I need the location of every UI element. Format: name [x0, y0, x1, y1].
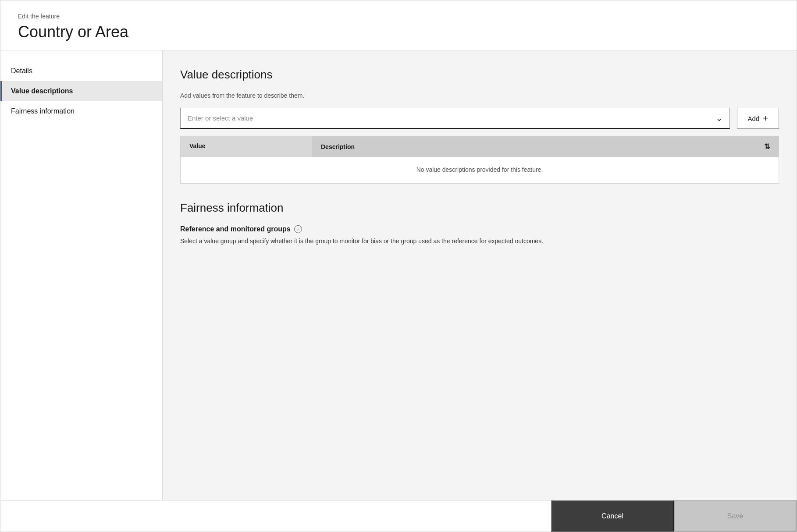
fairness-section: Fairness information Reference and monit… — [180, 201, 779, 263]
save-button[interactable]: Save — [674, 500, 797, 532]
fairness-section-title: Fairness information — [180, 201, 779, 215]
reference-groups-block: Reference and monitored groups i Select … — [180, 225, 779, 246]
footer: Cancel Save — [0, 500, 797, 532]
footer-spacer — [0, 500, 551, 532]
value-descriptions-title: Value descriptions — [180, 68, 779, 82]
value-input-row: Enter or select a value ⌄ Add + — [180, 108, 779, 129]
add-button-label: Add — [748, 115, 760, 122]
sort-icon[interactable]: ⇅ — [764, 142, 770, 151]
info-icon[interactable]: i — [294, 225, 302, 233]
add-value-button[interactable]: Add + — [737, 108, 779, 129]
value-descriptions-table: Value Description ⇅ No value description… — [180, 136, 779, 184]
header-subtitle: Edit the feature — [18, 13, 779, 20]
value-descriptions-description: Add values from the feature to describe … — [180, 92, 779, 99]
sidebar: Details Value descriptions Fairness info… — [0, 50, 163, 500]
chevron-down-icon: ⌄ — [716, 113, 722, 123]
value-select-placeholder: Enter or select a value — [188, 114, 716, 122]
page-header: Edit the feature Country or Area — [0, 0, 797, 50]
value-select[interactable]: Enter or select a value ⌄ — [180, 108, 730, 129]
reference-groups-description: Select a value group and specify whether… — [180, 237, 557, 246]
page-title: Country or Area — [18, 22, 779, 41]
sidebar-item-fairness-information[interactable]: Fairness information — [0, 101, 162, 121]
table-body: No value descriptions provided for this … — [181, 157, 779, 183]
table-column-value: Value — [181, 136, 312, 157]
main-content: Value descriptions Add values from the f… — [163, 50, 797, 500]
table-header: Value Description ⇅ — [181, 136, 779, 157]
cancel-button[interactable]: Cancel — [551, 500, 674, 532]
reference-groups-title: Reference and monitored groups i — [180, 225, 779, 233]
add-icon: + — [763, 113, 768, 124]
sidebar-item-value-descriptions[interactable]: Value descriptions — [0, 81, 162, 101]
value-descriptions-section: Value descriptions Add values from the f… — [180, 68, 779, 184]
table-column-description: Description ⇅ — [312, 136, 779, 157]
sidebar-item-details[interactable]: Details — [0, 61, 162, 81]
table-empty-message: No value descriptions provided for this … — [181, 157, 779, 182]
